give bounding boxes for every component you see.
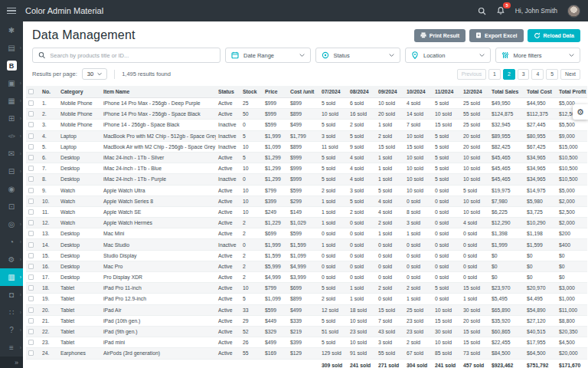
- row-checkbox[interactable]: [28, 253, 34, 258]
- sidebar-item-loader[interactable]: ◔›: [0, 233, 23, 251]
- sidebar-item-gallery[interactable]: ⊡: [0, 198, 23, 215]
- avatar[interactable]: [567, 5, 580, 18]
- table-cell: $0: [524, 272, 557, 283]
- sidebar-item-lock[interactable]: ◘›: [0, 286, 23, 304]
- column-header[interactable]: 07/2024: [319, 86, 348, 98]
- column-header[interactable]: Status: [216, 86, 240, 98]
- pagination-2[interactable]: 2: [503, 69, 515, 80]
- sidebar-item-code[interactable]: </>›: [0, 127, 23, 145]
- theme-settings-gear-icon[interactable]: ⚙: [573, 104, 588, 120]
- sidebar-item-help[interactable]: ?›: [0, 321, 23, 339]
- row-checkbox[interactable]: [28, 111, 34, 117]
- sidebar-item-email-inbox[interactable]: ▤›: [0, 39, 23, 57]
- column-header[interactable]: Total Sales: [489, 86, 524, 98]
- row-checkbox[interactable]: [28, 274, 34, 280]
- pagination-3[interactable]: 3: [518, 69, 530, 80]
- row-checkbox[interactable]: [28, 329, 34, 334]
- row-checkbox[interactable]: [28, 155, 34, 160]
- row-checkbox[interactable]: [28, 133, 34, 139]
- filter-dropdown-date-range[interactable]: Date Range: [225, 48, 311, 63]
- table-cell: 7.: [40, 163, 58, 174]
- column-header[interactable]: 12/2024: [461, 86, 489, 98]
- sidebar-item-tables[interactable]: ▦›: [0, 92, 23, 110]
- sidebar-item-location[interactable]: ◎›: [0, 215, 23, 233]
- table-cell: $6,225: [489, 206, 524, 217]
- filter-dropdown-more-filters[interactable]: More filters: [495, 48, 581, 63]
- row-checkbox[interactable]: [28, 199, 34, 204]
- row-checkbox[interactable]: [28, 122, 34, 127]
- column-header[interactable]: 09/2024: [376, 86, 404, 98]
- table-cell: iPad mini: [101, 337, 216, 348]
- row-checkbox[interactable]: [28, 188, 34, 193]
- per-page-select[interactable]: 30: [82, 68, 107, 80]
- pagination-1[interactable]: 1: [488, 69, 501, 80]
- column-header[interactable]: 11/2024: [433, 86, 461, 98]
- hamburger-menu-icon[interactable]: [0, 8, 23, 15]
- search-icon[interactable]: [478, 7, 486, 15]
- sidebar-item-forms[interactable]: ▣›: [0, 74, 23, 92]
- table-cell: $67,425: [524, 141, 557, 152]
- table-row: 1.Mobile PhoneiPhone 14 Pro Max - 256gb …: [26, 98, 587, 109]
- row-checkbox[interactable]: [28, 350, 34, 356]
- select-all-checkbox[interactable]: [28, 89, 34, 94]
- table-cell: 0 sold: [404, 272, 433, 283]
- table-cell: 16.: [40, 261, 58, 271]
- table-cell: 18 sold: [348, 304, 376, 315]
- sidebar-item-email-template[interactable]: ✉›: [0, 145, 23, 163]
- row-checkbox[interactable]: [28, 231, 34, 236]
- row-checkbox[interactable]: [28, 100, 34, 106]
- sidebar-item-dashboard[interactable]: ✱: [0, 21, 23, 39]
- print-result-button[interactable]: Print Result: [414, 29, 466, 42]
- table-cell: Active: [216, 218, 240, 228]
- column-header[interactable]: Cost /unit: [288, 86, 319, 98]
- table-cell: Apple Watch Ultra: [101, 185, 216, 196]
- row-checkbox[interactable]: [28, 144, 34, 150]
- export-excel-button[interactable]: Export Excel: [469, 29, 523, 42]
- column-header[interactable]: Total Profit: [557, 86, 587, 98]
- filter-dropdown-status[interactable]: Status: [315, 48, 401, 63]
- submenu-caret-icon: ›: [20, 257, 21, 262]
- pagination-next[interactable]: Next: [560, 69, 580, 80]
- table-cell: $124,875: [489, 109, 524, 120]
- sidebar-item-calendar[interactable]: ⊟›: [0, 163, 23, 180]
- sidebar-item-pos-system[interactable]: ⊞›: [0, 110, 23, 127]
- row-checkbox[interactable]: [28, 166, 34, 171]
- row-checkbox[interactable]: [28, 242, 34, 248]
- sidebar-item-map[interactable]: ◉: [0, 180, 23, 198]
- search-input[interactable]: [50, 52, 214, 59]
- column-header[interactable]: Category: [58, 86, 101, 98]
- column-header[interactable]: No.: [40, 86, 58, 98]
- sidebar-item-helper[interactable]: ▥›: [0, 268, 23, 286]
- row-checkbox[interactable]: [28, 209, 34, 215]
- table-cell: $2,000: [557, 196, 587, 206]
- notification-bell-icon[interactable]: 5: [496, 6, 505, 15]
- column-header[interactable]: 08/2024: [348, 86, 376, 98]
- column-header[interactable]: 10/2024: [404, 86, 433, 98]
- table-cell: $1,999: [263, 130, 288, 141]
- row-checkbox[interactable]: [28, 340, 34, 345]
- row-checkbox[interactable]: [28, 264, 34, 269]
- column-header[interactable]: Total Cost: [524, 86, 557, 98]
- sidebar-item-bootstrap[interactable]: B: [0, 57, 23, 74]
- row-checkbox[interactable]: [28, 285, 34, 291]
- column-header[interactable]: Price: [263, 86, 288, 98]
- row-checkbox[interactable]: [28, 176, 34, 182]
- sidebar-item-menu-levels[interactable]: ≡›: [0, 339, 23, 356]
- table-row: 19.TabletiPad Pro 12.9-inchActive5$1,099…: [26, 294, 587, 304]
- table-cell: 6 sold: [348, 98, 376, 109]
- sidebar-collapse-button[interactable]: »: [0, 356, 23, 368]
- row-checkbox[interactable]: [28, 220, 34, 225]
- table-cell: $999: [288, 163, 319, 174]
- filter-dropdown-location[interactable]: Location: [405, 48, 491, 63]
- reload-data-button[interactable]: Reload Data: [528, 29, 580, 42]
- pagination-5[interactable]: 5: [546, 69, 558, 80]
- row-checkbox[interactable]: [28, 296, 34, 301]
- column-header[interactable]: Stock: [240, 86, 263, 98]
- row-checkbox[interactable]: [28, 307, 34, 313]
- sidebar-item-widgets[interactable]: ∷›: [0, 304, 23, 321]
- pagination-4[interactable]: 4: [531, 69, 544, 80]
- table-cell: 5 sold: [319, 283, 348, 294]
- row-checkbox[interactable]: [28, 318, 34, 324]
- sidebar-item-settings[interactable]: ⚙›: [0, 251, 23, 268]
- column-header[interactable]: Item Name: [101, 86, 216, 98]
